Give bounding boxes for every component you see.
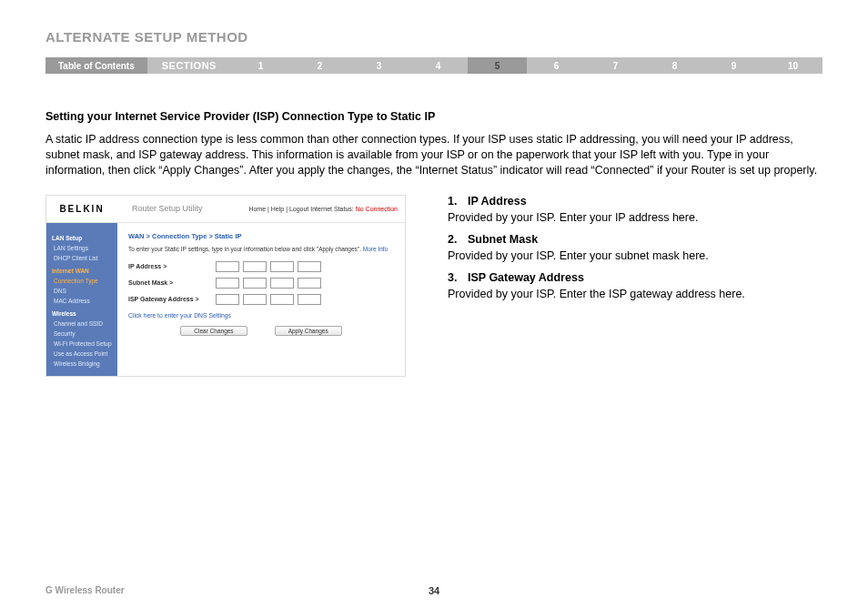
sidebar-cat-wireless: Wireless [52, 309, 112, 319]
utility-title: Router Setup Utility [117, 204, 248, 213]
section-link-5[interactable]: 5 [468, 57, 527, 74]
instructions-text: To enter your Static IP settings, type i… [128, 246, 363, 252]
sidebar-item-mac[interactable]: MAC Address [52, 296, 112, 306]
def-1-text: Provided by your ISP. Enter your IP addr… [448, 211, 823, 224]
mask-octet-1[interactable] [216, 278, 239, 289]
sidebar-item-lan-settings[interactable]: LAN Settings [52, 243, 112, 253]
section-link-6[interactable]: 6 [527, 57, 586, 74]
section-link-3[interactable]: 3 [349, 57, 409, 74]
def-3-title: ISP Gateway Address [468, 271, 584, 284]
sidebar-item-dhcp[interactable]: DHCP Client List [52, 253, 112, 263]
def-3-heading: 3.ISP Gateway Address [448, 271, 823, 284]
router-main-panel: WAN > Connection Type > Static IP To ent… [117, 223, 405, 377]
ip-octet-4[interactable] [298, 261, 321, 272]
def-3-num: 3. [448, 271, 468, 284]
definitions-column: 1.IP Address Provided by your ISP. Enter… [448, 195, 823, 309]
instructions: To enter your Static IP settings, type i… [128, 246, 394, 252]
dns-link[interactable]: Click here to enter your DNS Settings [128, 312, 394, 319]
apply-changes-button[interactable]: Apply Changes [275, 326, 342, 336]
ip-octet-1[interactable] [216, 261, 239, 272]
def-1-num: 1. [448, 195, 468, 208]
sidebar-item-dns[interactable]: DNS [52, 286, 112, 296]
section-link-9[interactable]: 9 [704, 57, 763, 74]
section-link-2[interactable]: 2 [290, 57, 349, 74]
more-info-link[interactable]: More Info [363, 246, 388, 252]
internet-status: No Connection [356, 206, 398, 212]
mask-octet-3[interactable] [270, 278, 294, 289]
section-link-8[interactable]: 8 [645, 57, 704, 74]
top-links: Home | Help | Logout Internet Status: No… [248, 206, 405, 212]
section-heading: Setting your Internet Service Provider (… [45, 110, 823, 123]
def-1-heading: 1.IP Address [448, 195, 823, 208]
sidebar-item-wps[interactable]: Wi-Fi Protected Setup [52, 339, 112, 349]
footer-product: G Wireless Router [45, 585, 125, 595]
def-2-title: Subnet Mask [468, 233, 538, 246]
belkin-logo: BELKIN [46, 204, 117, 214]
footer-page-number: 34 [429, 585, 439, 596]
subnet-mask-label: Subnet Mask > [128, 279, 216, 286]
sidebar-item-security[interactable]: Security [52, 329, 112, 339]
nav-bar: Table of Contents SECTIONS 1 2 3 4 5 6 7… [45, 57, 823, 74]
sidebar-cat-wan: Internet WAN [52, 266, 112, 276]
clear-changes-button[interactable]: Clear Changes [180, 326, 247, 336]
sidebar-item-ap[interactable]: Use as Access Point [52, 349, 112, 359]
sections-label: SECTIONS [147, 57, 231, 74]
gw-octet-2[interactable] [243, 294, 267, 305]
section-link-10[interactable]: 10 [763, 57, 823, 74]
ip-address-label: IP Address > [128, 263, 216, 269]
router-ui-screenshot: BELKIN Router Setup Utility Home | Help … [45, 195, 406, 378]
section-numbers: 1 2 3 4 5 6 7 8 9 10 [231, 57, 823, 74]
sidebar-item-connection-type[interactable]: Connection Type [52, 276, 112, 286]
toc-link[interactable]: Table of Contents [45, 57, 147, 74]
page-footer: G Wireless Router 34 [45, 585, 823, 595]
page-title: ALTERNATE SETUP METHOD [45, 29, 823, 45]
breadcrumb: WAN > Connection Type > Static IP [128, 232, 394, 240]
section-link-4[interactable]: 4 [409, 57, 468, 74]
mask-octet-2[interactable] [243, 278, 267, 289]
def-2-heading: 2.Subnet Mask [448, 233, 823, 246]
sidebar-item-bridging[interactable]: Wireless Bridging [52, 359, 112, 369]
gw-octet-3[interactable] [270, 294, 294, 305]
top-links-text[interactable]: Home | Help | Logout Internet Status: [248, 206, 355, 212]
mask-octet-4[interactable] [298, 278, 321, 289]
gw-octet-4[interactable] [298, 294, 321, 305]
ip-octet-2[interactable] [243, 261, 267, 272]
sidebar-cat-lan: LAN Setup [52, 233, 112, 243]
gw-octet-1[interactable] [216, 294, 239, 305]
def-2-num: 2. [448, 233, 468, 246]
def-1-title: IP Address [468, 195, 527, 208]
section-body: A static IP address connection type is l… [45, 132, 823, 178]
section-link-1[interactable]: 1 [231, 57, 290, 74]
sidebar: LAN Setup LAN Settings DHCP Client List … [46, 223, 117, 377]
section-link-7[interactable]: 7 [586, 57, 645, 74]
ip-octet-3[interactable] [270, 261, 294, 272]
def-3-text: Provided by your ISP. Enter the ISP gate… [448, 288, 823, 300]
sidebar-item-channel-ssid[interactable]: Channel and SSID [52, 319, 112, 329]
gateway-label: ISP Gateway Address > [128, 296, 216, 302]
def-2-text: Provided by your ISP. Enter your subnet … [448, 249, 823, 262]
